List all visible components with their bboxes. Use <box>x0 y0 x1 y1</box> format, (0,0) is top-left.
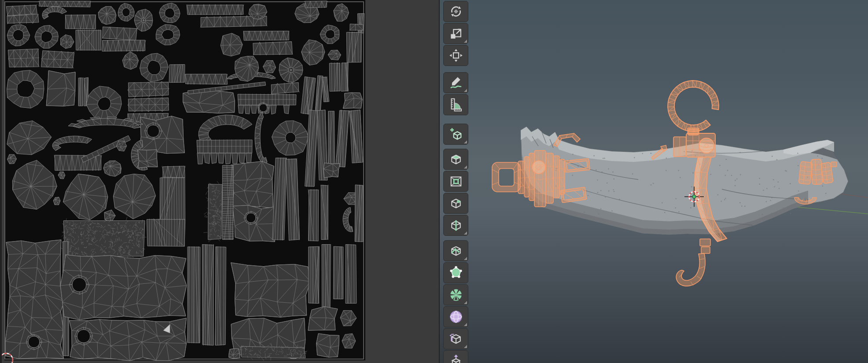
uv-island[interactable] <box>308 307 338 330</box>
uv-island[interactable] <box>329 62 340 92</box>
uv-island[interactable] <box>160 177 185 220</box>
tool-inset-faces-button[interactable] <box>443 171 468 192</box>
selected-buckle-loop[interactable] <box>492 162 520 192</box>
subtool-indicator-triangle <box>464 89 467 92</box>
uv-island[interactable] <box>102 40 146 51</box>
uv-island[interactable] <box>134 9 153 31</box>
tool-poly-build-button[interactable] <box>443 262 468 283</box>
tool-bevel-button[interactable] <box>443 193 468 214</box>
uv-island[interactable] <box>39 1 91 7</box>
scale-icon <box>448 26 464 41</box>
tool-knife-button[interactable] <box>443 240 468 261</box>
bevel-icon <box>448 195 464 211</box>
uv-island[interactable] <box>308 189 319 241</box>
uv-editor-panel[interactable] <box>0 0 439 363</box>
uv-island[interactable] <box>102 26 137 40</box>
uv-panel-left-edge <box>0 0 2 363</box>
uv-island[interactable] <box>222 165 234 240</box>
uv-island[interactable] <box>188 246 200 343</box>
uv-island[interactable] <box>65 15 96 29</box>
subtool-indicator-triangle <box>464 231 467 235</box>
uv-island[interactable] <box>139 116 185 154</box>
subtool-indicator-triangle <box>464 323 467 326</box>
uv-island[interactable] <box>253 41 293 55</box>
uv-island[interactable] <box>98 7 116 25</box>
uv-island[interactable] <box>341 62 349 92</box>
uv-island[interactable] <box>333 246 343 299</box>
uv-island[interactable] <box>322 244 331 308</box>
tool-spin-button[interactable] <box>443 284 468 305</box>
uv-island[interactable] <box>229 348 240 359</box>
uv-island[interactable] <box>76 29 101 51</box>
uv-island[interactable] <box>169 64 185 83</box>
uv-island[interactable] <box>238 94 296 114</box>
uv-island[interactable] <box>355 185 364 242</box>
tool-shelf <box>443 0 468 363</box>
tool-transform-button[interactable] <box>443 45 468 66</box>
uv-island[interactable] <box>78 77 83 106</box>
uv-island[interactable] <box>349 24 364 31</box>
loop-cut-icon <box>448 217 464 233</box>
tool-loop-cut-button[interactable] <box>443 215 468 236</box>
uv-island[interactable] <box>46 70 75 106</box>
subtool-indicator-triangle <box>464 345 467 348</box>
uv-island[interactable] <box>231 161 274 208</box>
uv-island[interactable] <box>233 205 275 242</box>
tool-add-cube-button[interactable] <box>443 124 468 145</box>
uv-island[interactable] <box>8 49 39 68</box>
uv-island[interactable] <box>162 166 185 178</box>
uv-island[interactable] <box>60 217 147 260</box>
uv-island[interactable] <box>305 1 327 8</box>
smooth-icon <box>448 309 464 325</box>
app-window <box>0 0 868 363</box>
uv-island[interactable] <box>187 4 244 15</box>
poly-build-icon <box>448 265 464 281</box>
tool-scale-button[interactable] <box>443 23 468 44</box>
subtool-indicator-triangle <box>464 301 467 304</box>
uv-island[interactable] <box>70 318 187 361</box>
spin-icon <box>448 287 464 303</box>
measure-icon <box>448 97 464 113</box>
extrude-region-icon <box>448 151 464 167</box>
uv-island[interactable] <box>243 31 289 40</box>
uv-island[interactable] <box>147 219 185 246</box>
uv-island[interactable] <box>221 33 243 56</box>
selected-hook[interactable] <box>676 239 710 286</box>
add-cube-icon <box>448 126 464 142</box>
uv-island[interactable] <box>127 81 169 97</box>
tool-smooth-button[interactable] <box>443 306 468 327</box>
knife-icon <box>448 243 464 259</box>
tool-rotate-button[interactable] <box>443 1 468 22</box>
uv-island[interactable] <box>231 263 311 317</box>
uv-island[interactable] <box>60 255 187 320</box>
tool-shrink-fatten-button[interactable] <box>443 350 468 363</box>
uv-island[interactable] <box>309 246 320 304</box>
uv-island[interactable] <box>324 163 340 178</box>
uv-island[interactable] <box>185 74 228 84</box>
uv-island[interactable] <box>316 334 339 357</box>
uv-canvas[interactable] <box>0 0 439 363</box>
subtool-indicator-triangle <box>464 257 467 260</box>
uv-island[interactable] <box>202 244 213 345</box>
tool-edge-slide-button[interactable] <box>443 328 468 349</box>
subtool-indicator-triangle <box>464 40 467 43</box>
uv-island[interactable] <box>41 51 74 69</box>
transform-icon <box>448 48 464 63</box>
uv-island[interactable] <box>103 161 121 176</box>
uv-island[interactable] <box>138 150 158 168</box>
uv-island[interactable] <box>128 97 169 112</box>
uv-island[interactable] <box>346 32 362 62</box>
uv-island[interactable] <box>346 244 357 304</box>
uv-island[interactable] <box>321 185 328 240</box>
tool-measure-button[interactable] <box>443 94 468 115</box>
tool-extrude-region-button[interactable] <box>443 149 468 170</box>
viewport-3d-panel[interactable] <box>440 0 868 363</box>
uv-island[interactable] <box>215 246 226 345</box>
viewport-3d-canvas[interactable] <box>440 0 868 363</box>
uv-island[interactable] <box>5 240 64 359</box>
uv-island[interactable] <box>343 92 362 108</box>
selected-hanging-ring[interactable] <box>668 81 719 135</box>
annotate-icon <box>448 75 464 91</box>
rotate-icon <box>448 4 464 19</box>
tool-annotate-button[interactable] <box>443 72 468 93</box>
